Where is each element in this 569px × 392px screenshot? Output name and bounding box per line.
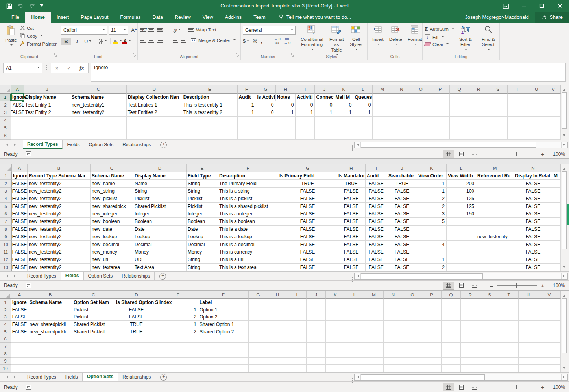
cell-N5[interactable]: [384, 328, 403, 336]
row-header-9[interactable]: 9: [0, 233, 12, 241]
cell-D6[interactable]: [127, 132, 182, 140]
customize-quick-access-icon[interactable]: [40, 4, 43, 8]
cell-Q3[interactable]: [442, 313, 461, 321]
close-button[interactable]: [551, 0, 569, 12]
cell-A7[interactable]: [11, 343, 28, 350]
horizontal-scrollbar-thumb[interactable]: [361, 273, 483, 279]
hscroll-right-arrow-icon[interactable]: [561, 374, 567, 380]
column-header-L[interactable]: L: [353, 85, 373, 94]
sort-filter-button[interactable]: AZ Sort & Filter: [454, 24, 477, 53]
cell-F11[interactable]: This is currency: [218, 248, 278, 256]
cell-Q4[interactable]: [450, 117, 469, 125]
cell-K7[interactable]: [326, 343, 345, 350]
cell-K1[interactable]: [326, 299, 345, 306]
cell-S4[interactable]: [488, 117, 508, 125]
cell-P5[interactable]: [422, 328, 442, 336]
font-family-select[interactable]: Calibri: [61, 26, 107, 35]
cell-C8[interactable]: [72, 350, 115, 358]
cell-N12[interactable]: FALSE: [514, 256, 552, 263]
cell-H1[interactable]: Notes: [276, 94, 296, 101]
select-all-button[interactable]: [0, 291, 11, 299]
cell-U6[interactable]: [527, 132, 546, 140]
sheet-tab-relationships[interactable]: Relationships: [117, 272, 155, 280]
cell-D6[interactable]: [115, 335, 158, 343]
cell-I11[interactable]: FALSE: [366, 248, 387, 256]
cell-I6[interactable]: [287, 335, 307, 343]
cell-F8[interactable]: [198, 350, 249, 358]
horizontal-scrollbar[interactable]: [354, 142, 568, 148]
cell-M4[interactable]: [364, 321, 384, 328]
cell-J6[interactable]: FALSE: [387, 210, 417, 218]
macro-record-icon[interactable]: [26, 385, 31, 390]
row-header-6[interactable]: 6: [0, 210, 12, 218]
cell-O6[interactable]: [403, 335, 422, 343]
cell-K5[interactable]: 2: [417, 203, 447, 210]
cell-C3[interactable]: Picklist: [72, 313, 115, 321]
ribbon-tab-add-ins[interactable]: Add-ins: [219, 12, 248, 23]
cell-I5[interactable]: [296, 124, 315, 132]
cell-N7[interactable]: [384, 343, 403, 350]
column-header-N[interactable]: N: [384, 291, 403, 299]
cell-N3[interactable]: [384, 313, 403, 321]
cell-U9[interactable]: [519, 358, 538, 365]
cell-K9[interactable]: [417, 233, 447, 241]
cell-E4[interactable]: 1: [158, 321, 198, 328]
cell-K5[interactable]: [326, 328, 345, 336]
column-header-J[interactable]: J: [307, 291, 326, 299]
row-header-6[interactable]: 6: [0, 335, 11, 343]
cell-V5[interactable]: [546, 124, 561, 132]
cell-J3[interactable]: FALSE: [387, 188, 417, 195]
cell-P6[interactable]: [422, 335, 442, 343]
column-header-K[interactable]: K: [417, 164, 447, 172]
cell-O7[interactable]: [403, 343, 422, 350]
cell-F9[interactable]: [198, 358, 249, 365]
cell-L12[interactable]: [447, 256, 476, 263]
redo-icon[interactable]: [29, 4, 35, 9]
cell-S7[interactable]: [480, 343, 499, 350]
column-header-M[interactable]: M: [373, 85, 392, 94]
cell-H5[interactable]: [275, 124, 296, 132]
cell-Q9[interactable]: [442, 358, 461, 365]
cell-E12[interactable]: String: [187, 256, 218, 263]
cell-C6[interactable]: [70, 132, 127, 140]
cell-I12[interactable]: FALSE: [366, 256, 387, 263]
cell-N2[interactable]: FALSE: [514, 180, 552, 187]
cell-J1[interactable]: Connec: [315, 94, 334, 101]
column-header-S[interactable]: S: [488, 85, 508, 94]
cell-F4[interactable]: Shared Option 1: [198, 321, 249, 328]
cell-E1[interactable]: Index: [158, 299, 198, 306]
cell-C2[interactable]: new_testentity1: [70, 101, 127, 109]
sheet-nav-left-icon[interactable]: [5, 375, 8, 379]
cell-Q6[interactable]: [442, 335, 461, 343]
tab-splitter-handle[interactable]: [352, 378, 353, 379]
cell-G3[interactable]: [249, 313, 268, 321]
cell-L1[interactable]: Queues: [353, 94, 373, 101]
cell-L4[interactable]: 125: [447, 195, 476, 202]
cell-C11[interactable]: new_money: [91, 248, 133, 256]
cell-K9[interactable]: [326, 358, 345, 365]
number-format-select[interactable]: General: [243, 26, 296, 35]
cell-I3[interactable]: 1: [296, 109, 315, 117]
cell-E8[interactable]: Date: [187, 226, 218, 233]
cell-C2[interactable]: new_name: [91, 180, 133, 187]
cell-U4[interactable]: [527, 117, 546, 125]
column-header-A[interactable]: A: [11, 291, 28, 299]
cell-A10[interactable]: FALSE: [12, 241, 28, 248]
cell-M4[interactable]: [373, 117, 392, 125]
cell-O1[interactable]: [403, 299, 422, 306]
column-header-I[interactable]: I: [287, 291, 307, 299]
cell-O5[interactable]: [411, 124, 430, 132]
cell-D5[interactable]: Shared Picklist: [133, 203, 187, 210]
cell-K1[interactable]: View Order: [417, 172, 447, 180]
cell-S8[interactable]: [480, 350, 499, 358]
cell-K4[interactable]: [326, 321, 345, 328]
row-header-3[interactable]: 3: [0, 313, 11, 321]
cell-B4[interactable]: new_testentity2: [28, 195, 91, 202]
cell-L6[interactable]: [353, 132, 373, 140]
column-header-L[interactable]: L: [447, 164, 476, 172]
column-header-F[interactable]: F: [238, 85, 256, 94]
cell-L7[interactable]: [345, 343, 364, 350]
row-header-1[interactable]: 1: [0, 299, 11, 306]
insert-function-icon[interactable]: fx: [79, 65, 84, 71]
cell-A1[interactable]: Ignore: [11, 94, 24, 101]
